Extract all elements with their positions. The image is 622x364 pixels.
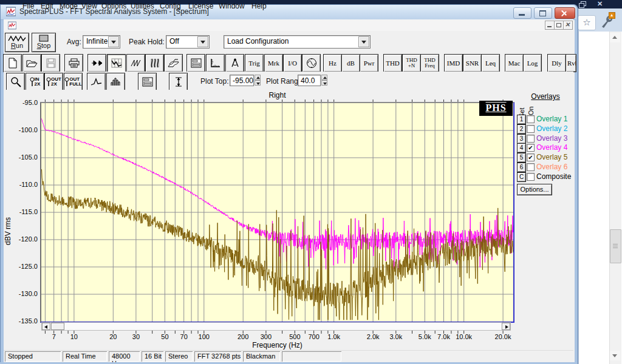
plot-h-scrollbar[interactable] <box>41 322 511 331</box>
thd-n-button[interactable]: THD +N <box>402 54 421 72</box>
overlay-on-checkbox-4[interactable]: ✔ <box>527 144 535 152</box>
h-scrollbar-thumb[interactable] <box>51 323 64 330</box>
chevron-down-icon[interactable] <box>358 36 369 47</box>
zoom-out-2x-button[interactable]: OUT 2X <box>44 73 63 91</box>
hz-button[interactable]: Hz <box>323 54 342 72</box>
mdi-close-button[interactable]: ✕ <box>563 21 573 30</box>
save-button[interactable] <box>41 54 60 72</box>
vertical-range-button[interactable] <box>169 73 188 91</box>
plot-range-stepper[interactable] <box>321 75 327 86</box>
overlay-on-checkbox-3[interactable] <box>527 135 535 143</box>
db-button[interactable]: dB <box>341 54 360 72</box>
log-button[interactable]: Log <box>523 54 542 72</box>
new-file-button[interactable] <box>3 54 22 72</box>
markers-button[interactable]: Mrk <box>264 54 283 72</box>
io-button[interactable]: I/O <box>283 54 302 72</box>
update-badge-icon <box>609 12 615 19</box>
display-options-button[interactable] <box>138 73 157 91</box>
menu-config[interactable]: Config <box>157 1 183 11</box>
pwr-button[interactable]: Pwr <box>360 54 378 72</box>
bar-spectrum-button[interactable] <box>106 73 125 91</box>
phs-logo: PHS <box>479 101 513 116</box>
load-configuration-select[interactable]: Load Configuration <box>224 35 371 49</box>
imd-button[interactable]: IMD <box>444 54 463 72</box>
overlay-on-checkbox-5[interactable]: ✔ <box>527 153 535 161</box>
scaling-button[interactable] <box>206 54 225 72</box>
zoom-button[interactable] <box>6 73 25 91</box>
menu-file[interactable]: File <box>20 1 36 11</box>
narrowband-button[interactable] <box>87 54 106 72</box>
menu-view[interactable]: View <box>79 1 100 11</box>
scroll-down-icon[interactable] <box>610 351 620 360</box>
surface-3d-view-button[interactable] <box>164 54 183 72</box>
plot-top-input[interactable]: -95.00 <box>230 75 254 86</box>
x-tick-label: 20.0k <box>490 333 516 340</box>
snr-button[interactable]: SNR <box>463 54 482 72</box>
spectrogram-view-button[interactable] <box>145 54 164 72</box>
overlay-set-button-6[interactable]: 6 <box>517 163 526 172</box>
bookmark-star-icon[interactable]: ☆ <box>578 15 596 30</box>
signal-generator-button[interactable] <box>302 54 321 72</box>
restore-icon[interactable] <box>579 1 586 7</box>
overlay-set-button-2[interactable]: 2 <box>517 124 526 134</box>
overlay-set-button-3[interactable]: 3 <box>517 134 526 144</box>
mdi-minimize-button[interactable] <box>545 21 555 30</box>
print-button[interactable] <box>64 54 83 72</box>
reverb-button[interactable]: Rvb <box>566 54 576 72</box>
close-button[interactable] <box>555 7 575 19</box>
spectrum-chart[interactable] <box>41 103 513 322</box>
peak-hold-select[interactable]: Off <box>166 35 210 49</box>
plot-top-stepper[interactable] <box>255 75 261 86</box>
overlay-on-checkbox-2[interactable] <box>527 125 535 133</box>
stop-button[interactable]: Stop <box>32 33 56 52</box>
chevron-down-icon[interactable] <box>108 36 119 47</box>
scroll-left-icon[interactable] <box>42 323 50 330</box>
maximize-button[interactable] <box>534 7 552 19</box>
menu-edit[interactable]: Edit <box>38 1 56 11</box>
plot-range-input[interactable]: 40.0 <box>298 75 321 86</box>
overlay-set-button-4[interactable]: 4 <box>517 143 526 153</box>
overlay-on-checkbox-6[interactable] <box>527 163 535 171</box>
browser-scrollbar-track[interactable] <box>609 32 621 364</box>
minimize-button[interactable] <box>513 7 531 19</box>
macro-button[interactable]: Mac <box>505 54 524 72</box>
menu-options[interactable]: Options <box>99 1 129 11</box>
menu-license[interactable]: License <box>186 1 216 11</box>
calipers-button[interactable] <box>225 54 244 72</box>
scroll-right-icon[interactable] <box>502 323 510 330</box>
menu-window[interactable]: Window <box>216 1 247 11</box>
mdi-document-icon[interactable] <box>8 21 16 30</box>
menu-help[interactable]: Help <box>249 1 269 11</box>
peak-curve-button[interactable] <box>87 73 106 91</box>
spectrum-view-button[interactable] <box>107 54 126 72</box>
overlay-on-checkbox-1[interactable] <box>527 115 535 123</box>
open-file-button[interactable] <box>22 54 41 72</box>
menu-mode[interactable]: Mode <box>57 1 80 11</box>
control-panel-button[interactable] <box>186 54 205 72</box>
settings-wrench-icon[interactable] <box>600 13 615 29</box>
zoom-in-2x-button[interactable]: IN 2X <box>26 73 44 91</box>
avg-select[interactable]: Infinite <box>83 35 120 49</box>
mdi-restore-button[interactable] <box>554 21 564 30</box>
leq-button[interactable]: Leq <box>481 54 500 72</box>
zoom-out-full-button[interactable]: OUT FULL <box>64 73 83 91</box>
y-tick-label: -105.0 <box>10 153 38 161</box>
menu-utilities[interactable]: Utilities <box>128 1 157 11</box>
close-icon[interactable]: ✕ <box>597 1 604 7</box>
thd-button[interactable]: THD <box>383 54 402 72</box>
scroll-up-icon[interactable] <box>610 33 620 42</box>
delay-button[interactable]: Dly <box>547 54 566 72</box>
overlay-set-button-C[interactable]: C <box>517 172 526 182</box>
browser-scrollbar-thumb[interactable] <box>610 229 621 263</box>
trigger-button[interactable]: Trig <box>245 54 264 72</box>
overlay-set-button-1[interactable]: 1 <box>517 115 526 124</box>
overlay-on-checkbox-C[interactable] <box>527 173 535 181</box>
thd-freq-button[interactable]: THD Freq <box>420 54 439 72</box>
overlay-options-button[interactable]: Options... <box>517 184 552 195</box>
overlay-set-button-5[interactable]: 5 <box>517 153 526 163</box>
run-button[interactable]: Run <box>5 33 29 52</box>
chevron-down-icon[interactable] <box>197 36 208 47</box>
status-mode: Real Time <box>63 351 107 362</box>
x-tick-label: 300 <box>253 333 279 340</box>
time-series-view-button[interactable] <box>126 54 145 72</box>
